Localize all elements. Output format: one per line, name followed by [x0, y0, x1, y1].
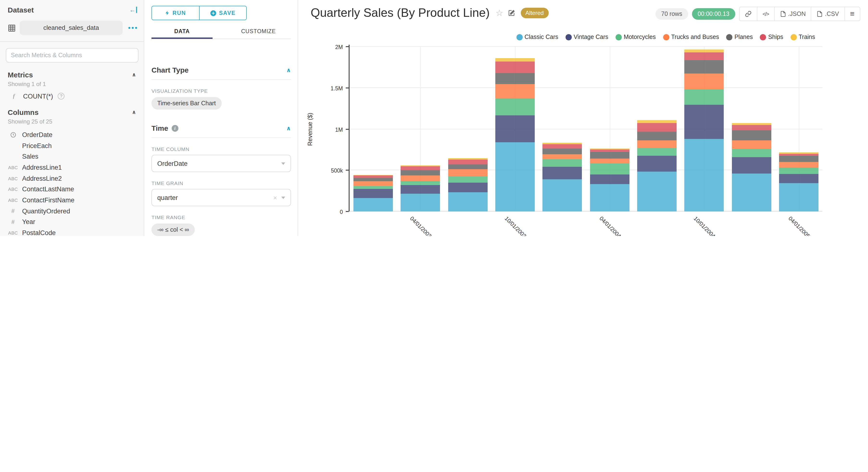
bar-segment[interactable] [637, 148, 677, 156]
column-item[interactable]: Sales [0, 151, 144, 162]
bar-segment[interactable] [732, 157, 771, 174]
bar-segment[interactable] [353, 176, 393, 178]
bar-segment[interactable] [732, 149, 771, 157]
bar-segment[interactable] [495, 73, 535, 84]
bar-segment[interactable] [543, 144, 582, 148]
bar-segment[interactable] [353, 181, 393, 186]
embed-code-button[interactable]: </> [757, 7, 774, 21]
bar-segment[interactable] [732, 174, 771, 212]
bar-segment[interactable] [495, 142, 535, 212]
collapse-panel-icon[interactable]: ← [129, 7, 137, 13]
bar-segment[interactable] [779, 183, 818, 212]
bar-segment[interactable] [495, 84, 535, 99]
column-item[interactable]: ABCContactFirstName [0, 195, 144, 206]
bar-segment[interactable] [401, 185, 440, 194]
bar-segment[interactable] [590, 159, 629, 163]
legend-item[interactable]: Planes [726, 34, 752, 40]
column-item[interactable]: #QuantityOrdered [0, 206, 144, 217]
search-metrics-input[interactable] [5, 48, 138, 62]
dataset-options-icon[interactable] [126, 27, 139, 29]
bar-segment[interactable] [353, 178, 393, 181]
bar-segment[interactable] [448, 169, 488, 177]
favorite-star-icon[interactable]: ☆ [496, 7, 503, 18]
legend-item[interactable]: Trains [790, 34, 815, 40]
bar-segment[interactable] [637, 140, 677, 148]
bar-segment[interactable] [685, 73, 724, 89]
bar-segment[interactable] [401, 176, 440, 181]
help-icon[interactable]: ? [58, 93, 65, 99]
column-item[interactable]: ABCAddressLine1 [0, 162, 144, 173]
bar-segment[interactable] [543, 179, 582, 212]
bar-segment[interactable] [543, 154, 582, 159]
bar-segment[interactable] [495, 62, 535, 73]
bar-segment[interactable] [543, 167, 582, 179]
more-options-button[interactable]: ≡ [844, 7, 860, 21]
metrics-collapse-icon[interactable]: ∧ [132, 72, 136, 78]
bar-segment[interactable] [590, 148, 629, 149]
save-button[interactable]: SAVE [199, 6, 246, 20]
bar-segment[interactable] [590, 149, 629, 152]
legend-item[interactable]: Trucks and Buses [663, 34, 719, 40]
bar-segment[interactable] [401, 194, 440, 212]
bar-segment[interactable] [637, 172, 677, 212]
bar-segment[interactable] [732, 140, 771, 149]
bar-segment[interactable] [779, 174, 818, 183]
bar-segment[interactable] [779, 162, 818, 167]
bar-segment[interactable] [685, 53, 724, 60]
bar-segment[interactable] [353, 198, 393, 212]
edit-properties-icon[interactable] [507, 9, 515, 17]
time-column-select[interactable]: OrderDate [152, 155, 291, 172]
legend-item[interactable]: Vintage Cars [565, 34, 608, 40]
bar-segment[interactable] [685, 49, 724, 53]
bar-segment[interactable] [401, 170, 440, 176]
bar-segment[interactable] [732, 123, 771, 125]
time-range-value[interactable]: -∞ ≤ col < ∞ [152, 223, 195, 236]
bar-segment[interactable] [448, 159, 488, 164]
tab-customize[interactable]: CUSTOMIZE [228, 24, 289, 38]
run-button[interactable]: RUN [152, 6, 199, 20]
info-icon[interactable]: i [172, 125, 178, 131]
bar-segment[interactable] [448, 158, 488, 159]
bar-segment[interactable] [590, 184, 629, 212]
export-json-button[interactable]: .JSON [774, 7, 811, 21]
bar-segment[interactable] [448, 164, 488, 169]
columns-collapse-icon[interactable]: ∧ [132, 109, 136, 115]
time-grain-select[interactable]: quarter× [152, 189, 291, 206]
column-item[interactable]: PriceEach [0, 140, 144, 151]
bar-segment[interactable] [637, 123, 677, 131]
column-item[interactable]: ABCContactLastName [0, 184, 144, 195]
bar-segment[interactable] [353, 186, 393, 189]
legend-item[interactable]: Motorcycles [616, 34, 656, 40]
bar-segment[interactable] [685, 105, 724, 139]
bar-segment[interactable] [543, 143, 582, 144]
bar-segment[interactable] [590, 152, 629, 159]
bar-segment[interactable] [495, 99, 535, 115]
bar-segment[interactable] [448, 192, 488, 212]
bar-segment[interactable] [732, 130, 771, 140]
bar-segment[interactable] [401, 165, 440, 166]
column-item[interactable]: ABCPostalCode [0, 227, 144, 236]
bar-segment[interactable] [779, 156, 818, 162]
export-csv-button[interactable]: .CSV [811, 7, 844, 21]
chevron-up-icon[interactable]: ∧ [286, 125, 291, 131]
bar-segment[interactable] [685, 139, 724, 212]
dataset-name[interactable]: cleaned_sales_data [20, 21, 123, 35]
bar-segment[interactable] [401, 166, 440, 170]
bar-segment[interactable] [401, 181, 440, 185]
bar-segment[interactable] [448, 177, 488, 183]
metric-item[interactable]: ƒ COUNT(*) ? [10, 92, 144, 100]
bar-segment[interactable] [448, 183, 488, 192]
bar-segment[interactable] [590, 163, 629, 174]
chart-title[interactable]: Quarterly Sales (By Product Line) [311, 6, 490, 20]
tab-data[interactable]: DATA [152, 24, 213, 38]
bar-segment[interactable] [353, 175, 393, 175]
bar-segment[interactable] [685, 60, 724, 73]
column-item[interactable]: ABCAddressLine2 [0, 173, 144, 184]
clear-icon[interactable]: × [273, 194, 277, 201]
viz-type-value[interactable]: Time-series Bar Chart [152, 97, 222, 109]
bar-segment[interactable] [732, 125, 771, 130]
column-item[interactable]: OrderDate [0, 129, 144, 140]
bar-segment[interactable] [637, 156, 677, 172]
bar-segment[interactable] [779, 152, 818, 154]
bar-segment[interactable] [353, 189, 393, 198]
